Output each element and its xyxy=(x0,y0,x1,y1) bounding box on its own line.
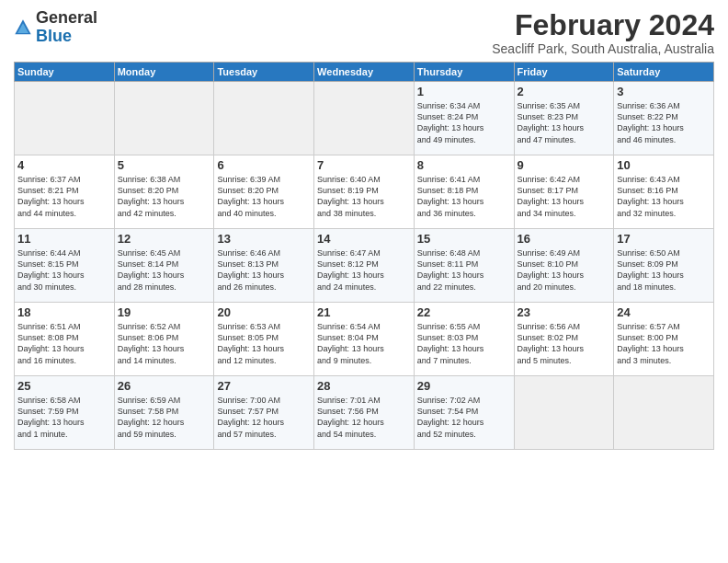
calendar-cell: 16Sunrise: 6:49 AMSunset: 8:10 PMDayligh… xyxy=(514,229,614,303)
calendar-cell: 22Sunrise: 6:55 AMSunset: 8:03 PMDayligh… xyxy=(414,303,514,376)
cell-content: Sunrise: 6:43 AMSunset: 8:16 PMDaylight:… xyxy=(617,174,711,219)
cell-content: Sunrise: 6:35 AMSunset: 8:23 PMDaylight:… xyxy=(518,100,611,145)
day-number: 17 xyxy=(617,232,711,246)
calendar-cell xyxy=(614,376,714,450)
day-number: 3 xyxy=(617,85,711,98)
cell-content: Sunrise: 6:59 AMSunset: 7:58 PMDaylight:… xyxy=(118,395,211,440)
day-number: 15 xyxy=(417,232,511,246)
header-row: SundayMondayTuesdayWednesdayThursdayFrid… xyxy=(15,63,714,82)
calendar-cell: 20Sunrise: 6:53 AMSunset: 8:05 PMDayligh… xyxy=(214,303,314,376)
cell-content: Sunrise: 6:46 AMSunset: 8:13 PMDaylight:… xyxy=(217,247,311,293)
cell-content: Sunrise: 6:39 AMSunset: 8:20 PMDaylight:… xyxy=(217,174,311,219)
calendar-cell: 25Sunrise: 6:58 AMSunset: 7:59 PMDayligh… xyxy=(15,376,115,450)
logo-icon xyxy=(14,18,32,37)
calendar-cell: 27Sunrise: 7:00 AMSunset: 7:57 PMDayligh… xyxy=(214,376,314,450)
day-number: 24 xyxy=(617,305,711,319)
day-number: 7 xyxy=(317,158,411,172)
calendar-cell: 14Sunrise: 6:47 AMSunset: 8:12 PMDayligh… xyxy=(314,229,415,303)
day-number: 10 xyxy=(617,158,711,172)
day-number: 14 xyxy=(317,232,411,246)
cell-content: Sunrise: 6:45 AMSunset: 8:14 PMDaylight:… xyxy=(118,247,211,293)
day-number: 18 xyxy=(17,305,111,319)
calendar-cell: 15Sunrise: 6:48 AMSunset: 8:11 PMDayligh… xyxy=(414,229,514,303)
cell-content: Sunrise: 6:48 AMSunset: 8:11 PMDaylight:… xyxy=(417,247,511,293)
header-cell-monday: Monday xyxy=(114,63,214,82)
month-year-title: February 2024 xyxy=(492,9,714,41)
day-number: 27 xyxy=(217,379,311,393)
calendar-cell xyxy=(314,82,415,155)
calendar-cell: 28Sunrise: 7:01 AMSunset: 7:56 PMDayligh… xyxy=(314,376,415,450)
calendar-cell xyxy=(214,82,314,155)
calendar-cell: 13Sunrise: 6:46 AMSunset: 8:13 PMDayligh… xyxy=(214,229,314,303)
calendar-cell xyxy=(114,82,214,155)
cell-content: Sunrise: 6:42 AMSunset: 8:17 PMDaylight:… xyxy=(518,174,611,219)
week-row-3: 18Sunrise: 6:51 AMSunset: 8:08 PMDayligh… xyxy=(15,303,714,376)
logo-general-text: General xyxy=(36,8,97,27)
header-cell-tuesday: Tuesday xyxy=(214,63,314,82)
week-row-0: 1Sunrise: 6:34 AMSunset: 8:24 PMDaylight… xyxy=(15,82,714,155)
day-number: 25 xyxy=(17,379,111,393)
cell-content: Sunrise: 6:54 AMSunset: 8:04 PMDaylight:… xyxy=(317,321,411,366)
day-number: 5 xyxy=(118,158,211,172)
day-number: 12 xyxy=(118,232,211,246)
cell-content: Sunrise: 6:34 AMSunset: 8:24 PMDaylight:… xyxy=(417,100,511,145)
week-row-4: 25Sunrise: 6:58 AMSunset: 7:59 PMDayligh… xyxy=(15,376,714,450)
calendar-cell: 1Sunrise: 6:34 AMSunset: 8:24 PMDaylight… xyxy=(414,82,514,155)
calendar-cell: 8Sunrise: 6:41 AMSunset: 8:18 PMDaylight… xyxy=(414,155,514,229)
day-number: 19 xyxy=(118,305,211,319)
day-number: 6 xyxy=(217,158,311,172)
cell-content: Sunrise: 6:50 AMSunset: 8:09 PMDaylight:… xyxy=(617,247,711,293)
cell-content: Sunrise: 6:51 AMSunset: 8:08 PMDaylight:… xyxy=(17,321,111,366)
week-row-1: 4Sunrise: 6:37 AMSunset: 8:21 PMDaylight… xyxy=(15,155,714,229)
cell-content: Sunrise: 6:52 AMSunset: 8:06 PMDaylight:… xyxy=(118,321,211,366)
calendar-body: 1Sunrise: 6:34 AMSunset: 8:24 PMDaylight… xyxy=(15,82,714,450)
calendar-cell: 17Sunrise: 6:50 AMSunset: 8:09 PMDayligh… xyxy=(614,229,714,303)
day-number: 26 xyxy=(118,379,211,393)
cell-content: Sunrise: 6:56 AMSunset: 8:02 PMDaylight:… xyxy=(518,321,611,366)
cell-content: Sunrise: 6:49 AMSunset: 8:10 PMDaylight:… xyxy=(518,247,611,293)
header-cell-thursday: Thursday xyxy=(414,63,514,82)
page-container: General Blue February 2024 Seacliff Park… xyxy=(0,0,728,454)
day-number: 2 xyxy=(518,85,611,98)
cell-content: Sunrise: 6:53 AMSunset: 8:05 PMDaylight:… xyxy=(217,321,311,366)
day-number: 4 xyxy=(17,158,111,172)
cell-content: Sunrise: 6:36 AMSunset: 8:22 PMDaylight:… xyxy=(617,100,711,145)
header-cell-wednesday: Wednesday xyxy=(314,63,415,82)
calendar-table: SundayMondayTuesdayWednesdayThursdayFrid… xyxy=(14,62,714,450)
calendar-cell: 26Sunrise: 6:59 AMSunset: 7:58 PMDayligh… xyxy=(114,376,214,450)
calendar-cell xyxy=(514,376,614,450)
day-number: 13 xyxy=(217,232,311,246)
calendar-cell: 10Sunrise: 6:43 AMSunset: 8:16 PMDayligh… xyxy=(614,155,714,229)
logo: General Blue xyxy=(14,9,97,46)
header: General Blue February 2024 Seacliff Park… xyxy=(14,9,714,56)
logo-blue-text: Blue xyxy=(36,27,72,45)
cell-content: Sunrise: 6:40 AMSunset: 8:19 PMDaylight:… xyxy=(317,174,411,219)
day-number: 22 xyxy=(417,305,511,319)
day-number: 21 xyxy=(317,305,411,319)
cell-content: Sunrise: 7:00 AMSunset: 7:57 PMDaylight:… xyxy=(217,395,311,440)
cell-content: Sunrise: 6:55 AMSunset: 8:03 PMDaylight:… xyxy=(417,321,511,366)
calendar-cell: 9Sunrise: 6:42 AMSunset: 8:17 PMDaylight… xyxy=(514,155,614,229)
cell-content: Sunrise: 6:41 AMSunset: 8:18 PMDaylight:… xyxy=(417,174,511,219)
cell-content: Sunrise: 6:38 AMSunset: 8:20 PMDaylight:… xyxy=(118,174,211,219)
title-block: February 2024 Seacliff Park, South Austr… xyxy=(492,9,714,56)
calendar-cell: 12Sunrise: 6:45 AMSunset: 8:14 PMDayligh… xyxy=(114,229,214,303)
calendar-cell: 24Sunrise: 6:57 AMSunset: 8:00 PMDayligh… xyxy=(614,303,714,376)
day-number: 11 xyxy=(17,232,111,246)
cell-content: Sunrise: 6:37 AMSunset: 8:21 PMDaylight:… xyxy=(17,174,111,219)
location-subtitle: Seacliff Park, South Australia, Australi… xyxy=(492,41,714,56)
header-cell-saturday: Saturday xyxy=(614,63,714,82)
calendar-cell: 3Sunrise: 6:36 AMSunset: 8:22 PMDaylight… xyxy=(614,82,714,155)
day-number: 1 xyxy=(417,85,511,98)
day-number: 23 xyxy=(518,305,611,319)
calendar-cell: 19Sunrise: 6:52 AMSunset: 8:06 PMDayligh… xyxy=(114,303,214,376)
week-row-2: 11Sunrise: 6:44 AMSunset: 8:15 PMDayligh… xyxy=(15,229,714,303)
day-number: 16 xyxy=(518,232,611,246)
calendar-cell: 2Sunrise: 6:35 AMSunset: 8:23 PMDaylight… xyxy=(514,82,614,155)
calendar-header: SundayMondayTuesdayWednesdayThursdayFrid… xyxy=(15,63,714,82)
calendar-cell: 18Sunrise: 6:51 AMSunset: 8:08 PMDayligh… xyxy=(15,303,115,376)
calendar-cell: 5Sunrise: 6:38 AMSunset: 8:20 PMDaylight… xyxy=(114,155,214,229)
calendar-cell: 11Sunrise: 6:44 AMSunset: 8:15 PMDayligh… xyxy=(15,229,115,303)
cell-content: Sunrise: 7:02 AMSunset: 7:54 PMDaylight:… xyxy=(417,395,511,440)
calendar-cell: 4Sunrise: 6:37 AMSunset: 8:21 PMDaylight… xyxy=(15,155,115,229)
